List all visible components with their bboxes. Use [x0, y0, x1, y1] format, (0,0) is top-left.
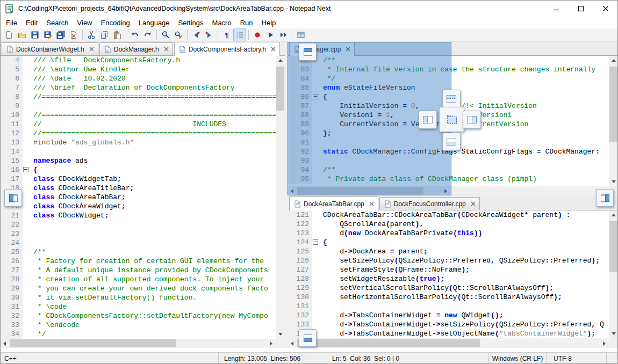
- tab-dockcomponentsfactory-h[interactable]: DockComponentsFactory.h: [174, 42, 281, 56]
- bottom-right-horizontal-scrollbar[interactable]: [288, 339, 609, 348]
- code-line-34: 34 */: [0, 330, 276, 339]
- line-number: 34: [0, 330, 23, 339]
- menu-item-search[interactable]: Search: [42, 18, 73, 28]
- paste-button[interactable]: [111, 28, 124, 41]
- find-next-button[interactable]: [203, 28, 215, 41]
- fold-margin: [23, 74, 30, 83]
- toolbar-separator: [248, 30, 249, 40]
- tab-dockmanager-h[interactable]: DockManager.h: [99, 42, 173, 55]
- scroll-down-button[interactable]: [276, 330, 285, 339]
- fold-margin[interactable]: [23, 165, 30, 174]
- top-right-vertical-scrollbar[interactable]: [609, 56, 618, 186]
- new-file-button[interactable]: [3, 28, 16, 41]
- bottom-right-tabbar: DockAreaTabBar.cppDockFocusController.cp…: [288, 196, 618, 210]
- bottom-right-vertical-scrollbar[interactable]: [609, 210, 618, 338]
- code-line-17: 17class CDockWidgetTab;: [0, 174, 276, 184]
- tab-close-icon[interactable]: [369, 201, 374, 206]
- redo-icon: [143, 31, 152, 39]
- edge-indicator-bottom[interactable]: [299, 329, 317, 347]
- scroll-left-button[interactable]: [288, 339, 297, 348]
- code-text: * Factory for creation of certain GUI el…: [30, 257, 264, 266]
- fold-collapse-icon[interactable]: [313, 239, 318, 245]
- scroll-down-button[interactable]: [609, 177, 618, 186]
- tab-close-icon[interactable]: [471, 201, 476, 206]
- left-editor[interactable]: 4/// \file DockComponentsFactory.h5/// \…: [0, 56, 276, 339]
- menu-item-settings[interactable]: Settings: [174, 18, 208, 28]
- scroll-up-button[interactable]: [609, 210, 618, 220]
- close-file-button[interactable]: [67, 28, 80, 41]
- left-horizontal-scrollbar[interactable]: [0, 339, 276, 348]
- status-segment-3: Ln: 5 Col: 36 Sel: 0 | 0: [306, 353, 488, 364]
- fold-margin: [23, 220, 30, 229]
- menu-item-view[interactable]: View: [73, 18, 97, 28]
- left-vertical-scrollbar[interactable]: [276, 56, 285, 339]
- tab-dockareatabbar-cpp[interactable]: DockAreaTabBar.cpp: [289, 196, 378, 210]
- minimize-button[interactable]: [544, 0, 569, 17]
- copy-button[interactable]: [98, 28, 111, 41]
- fold-collapse-icon[interactable]: [23, 167, 28, 172]
- scroll-thumb[interactable]: [609, 67, 617, 142]
- scroll-up-button[interactable]: [609, 56, 618, 65]
- edge-indicator-top[interactable]: [299, 43, 317, 61]
- tab-dockcontainerwidget-h[interactable]: DockContainerWidget.h: [2, 42, 98, 55]
- find-button[interactable]: [159, 28, 172, 41]
- save-as-button[interactable]: [41, 28, 54, 41]
- maximize-button[interactable]: [569, 0, 593, 17]
- close-button[interactable]: [593, 0, 618, 17]
- toolbar-separator: [292, 30, 292, 40]
- drop-indicator-bottom[interactable]: [442, 133, 461, 151]
- scroll-right-button[interactable]: [600, 339, 609, 348]
- code-text: d->TabsContainerWidget->setSizePolicy(QS…: [320, 320, 604, 329]
- fold-margin: [23, 65, 30, 74]
- scroll-down-button[interactable]: [609, 329, 618, 338]
- menu-item-language[interactable]: Language: [134, 18, 174, 28]
- macro-run-multiple-button[interactable]: [277, 28, 290, 41]
- open-file-button[interactable]: [16, 28, 28, 41]
- show-all-characters-button[interactable]: ¶: [220, 28, 233, 41]
- window-list-button[interactable]: [294, 28, 307, 41]
- menu-item-encoding[interactable]: Encoding: [97, 18, 134, 28]
- macro-record-button[interactable]: [251, 28, 264, 41]
- tab-close-icon[interactable]: [271, 47, 276, 52]
- scroll-thumb[interactable]: [297, 339, 480, 347]
- scroll-thumb[interactable]: [609, 221, 617, 272]
- macro-play-button[interactable]: [264, 28, 277, 41]
- save-all-button[interactable]: [54, 28, 67, 41]
- menu-item-run[interactable]: Run: [236, 18, 257, 28]
- code-text: d->TabsContainerWidget = new QWidget();: [320, 311, 504, 320]
- cut-button[interactable]: [85, 28, 98, 41]
- fold-margin: [23, 229, 30, 238]
- drop-indicator-left[interactable]: [419, 111, 437, 129]
- fold-margin[interactable]: [312, 238, 320, 247]
- fold-margin: [23, 174, 30, 184]
- undo-button[interactable]: [128, 28, 141, 41]
- edge-indicator-right[interactable]: [596, 189, 614, 207]
- scroll-up-button[interactable]: [276, 56, 285, 65]
- code-line-22: 22: [0, 220, 276, 229]
- replace-button[interactable]: [172, 28, 185, 41]
- scroll-thumb[interactable]: [10, 339, 176, 347]
- drop-indicator-center[interactable]: [439, 107, 464, 132]
- code-line-13: 13#include "ads_globals.h": [0, 138, 276, 147]
- tab-close-icon[interactable]: [164, 47, 169, 52]
- menu-item-edit[interactable]: Edit: [21, 18, 42, 28]
- save-file-button[interactable]: [28, 28, 41, 41]
- find-prev-button[interactable]: [190, 28, 203, 41]
- menu-item-macro[interactable]: Macro: [208, 18, 236, 28]
- drop-indicator-right[interactable]: [463, 111, 481, 129]
- scroll-thumb[interactable]: [276, 67, 284, 111]
- edge-indicator-left[interactable]: [4, 189, 22, 207]
- code-line-124: 124{: [288, 238, 609, 247]
- redo-button[interactable]: [141, 28, 154, 41]
- scroll-right-button[interactable]: [267, 339, 276, 348]
- line-number: 131: [288, 302, 312, 311]
- tab-close-icon[interactable]: [89, 47, 94, 52]
- tab-dockfocuscontroller-cpp[interactable]: DockFocusController.cpp: [379, 197, 480, 210]
- menu-item-file[interactable]: File: [2, 18, 21, 28]
- drop-indicator-top[interactable]: [442, 90, 461, 108]
- line-number: 25: [0, 247, 23, 257]
- menu-item-help[interactable]: Help: [257, 18, 281, 28]
- bottom-right-editor[interactable]: 121CDockAreaTabBar::CDockAreaTabBar(CDoc…: [288, 210, 609, 338]
- scroll-left-button[interactable]: [0, 339, 9, 348]
- show-indent-guide-button[interactable]: [233, 28, 246, 41]
